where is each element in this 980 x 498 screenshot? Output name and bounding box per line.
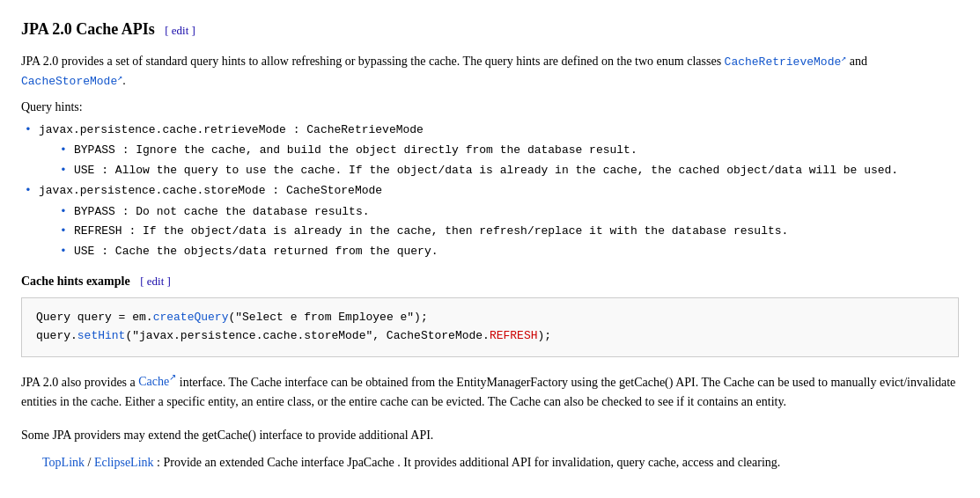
intro-and: and bbox=[850, 55, 867, 68]
retrieve-mode-sep: : bbox=[293, 123, 307, 136]
code-create-query: createQuery bbox=[153, 311, 229, 324]
code-query-prefix: Query query = em. bbox=[36, 311, 153, 324]
query-hints-list: javax.persistence.cache.retrieveMode : C… bbox=[21, 121, 959, 260]
page-container: JPA 2.0 Cache APIs [ edit ] JPA 2.0 prov… bbox=[21, 18, 959, 472]
use-text-1: Allow the query to use the cache. If the… bbox=[115, 164, 898, 177]
code-example: Query query = em.createQuery("Select e f… bbox=[21, 297, 959, 357]
code-refresh: REFRESH bbox=[490, 329, 538, 342]
title-edit-link[interactable]: [ edit ] bbox=[165, 24, 195, 37]
retrieve-mode-value: CacheRetrieveMode bbox=[306, 123, 424, 136]
store-sub-list: BYPASS : Do not cache the database resul… bbox=[56, 203, 959, 260]
refresh-sep: : bbox=[129, 224, 143, 238]
list-item: USE : Cache the objects/data returned fr… bbox=[56, 243, 959, 260]
list-item: BYPASS : Do not cache the database resul… bbox=[56, 203, 959, 221]
cache-interface-link[interactable]: Cache↗ bbox=[138, 375, 176, 388]
store-mode-key: javax.persistence.cache.storeMode bbox=[39, 184, 265, 197]
toplink-slash: / bbox=[88, 456, 94, 469]
refresh-key: REFRESH bbox=[74, 224, 122, 238]
intro-paragraph: JPA 2.0 provides a set of standard query… bbox=[21, 52, 959, 91]
code-end: ); bbox=[538, 329, 552, 342]
page-title: JPA 2.0 Cache APIs bbox=[21, 20, 155, 38]
use-sep-1: : bbox=[101, 164, 115, 177]
bottom-paragraph-2: Some JPA providers may extend the getCac… bbox=[21, 426, 959, 445]
code-query2-prefix: query. bbox=[36, 329, 77, 342]
store-mode-sep: : bbox=[272, 184, 286, 197]
cache-retrieve-mode-link[interactable]: CacheRetrieveMode↗ bbox=[725, 55, 847, 69]
toplink-link[interactable]: TopLink bbox=[42, 456, 85, 469]
use-key-2: USE bbox=[74, 245, 94, 258]
intro-period: . bbox=[122, 74, 126, 87]
list-item-store: javax.persistence.cache.storeMode : Cach… bbox=[21, 182, 959, 260]
list-item-retrieve: javax.persistence.cache.retrieveMode : C… bbox=[21, 121, 959, 179]
toplink-row: TopLink / EclipseLink : Provide an exten… bbox=[21, 453, 959, 472]
retrieve-sub-list: BYPASS : Ignore the cache, and build the… bbox=[56, 142, 959, 179]
refresh-text: If the object/data is already in the cac… bbox=[143, 224, 788, 238]
intro-text: JPA 2.0 provides a set of standard query… bbox=[21, 55, 721, 68]
query-hints-label: Query hints: bbox=[21, 98, 959, 116]
bypass-key-1: BYPASS bbox=[74, 143, 115, 157]
list-item: USE : Allow the query to use the cache. … bbox=[56, 162, 959, 179]
list-item: REFRESH : If the object/data is already … bbox=[56, 223, 959, 240]
eclipselink-link[interactable]: EclipseLink bbox=[94, 456, 154, 469]
cache-hints-heading: Cache hints example bbox=[21, 275, 130, 288]
code-query-suffix: ("Select e from Employee e"); bbox=[228, 311, 427, 324]
bypass-sep-1: : bbox=[122, 143, 136, 157]
bypass-text-1: Ignore the cache, and build the object d… bbox=[136, 143, 637, 157]
code-line-2: query.setHint("javax.persistence.cache.s… bbox=[36, 327, 944, 346]
page-title-row: JPA 2.0 Cache APIs [ edit ] bbox=[21, 18, 959, 41]
external-icon-3: ↗ bbox=[169, 373, 176, 383]
cache-store-mode-link[interactable]: CacheStoreMode↗ bbox=[21, 75, 122, 88]
list-item: BYPASS : Ignore the cache, and build the… bbox=[56, 142, 959, 159]
code-set-hint-arg: ("javax.persistence.cache.storeMode", Ca… bbox=[125, 329, 489, 342]
use-text-2: Cache the objects/data returned from the… bbox=[115, 245, 438, 258]
retrieve-mode-key: javax.persistence.cache.retrieveMode bbox=[39, 123, 286, 136]
use-key-1: USE bbox=[74, 164, 94, 177]
bottom-paragraph-1: JPA 2.0 also provides a Cache↗ interface… bbox=[21, 371, 959, 412]
store-mode-value: CacheStoreMode bbox=[286, 184, 382, 197]
bottom-para1-prefix: JPA 2.0 also provides a bbox=[21, 375, 136, 388]
cache-hints-heading-row: Cache hints example [ edit ] bbox=[21, 272, 959, 290]
code-line-1: Query query = em.createQuery("Select e f… bbox=[36, 309, 944, 327]
use-sep-2: : bbox=[101, 245, 115, 258]
bypass-text-2: Do not cache the database results. bbox=[136, 205, 369, 218]
bypass-sep-2: : bbox=[122, 205, 136, 218]
external-icon-1: ↗ bbox=[841, 54, 846, 63]
bypass-key-2: BYPASS bbox=[74, 205, 115, 218]
toplink-suffix: : Provide an extended Cache interface Jp… bbox=[157, 456, 780, 469]
cache-hints-edit-link[interactable]: [ edit ] bbox=[140, 275, 171, 288]
code-set-hint: setHint bbox=[77, 329, 126, 342]
